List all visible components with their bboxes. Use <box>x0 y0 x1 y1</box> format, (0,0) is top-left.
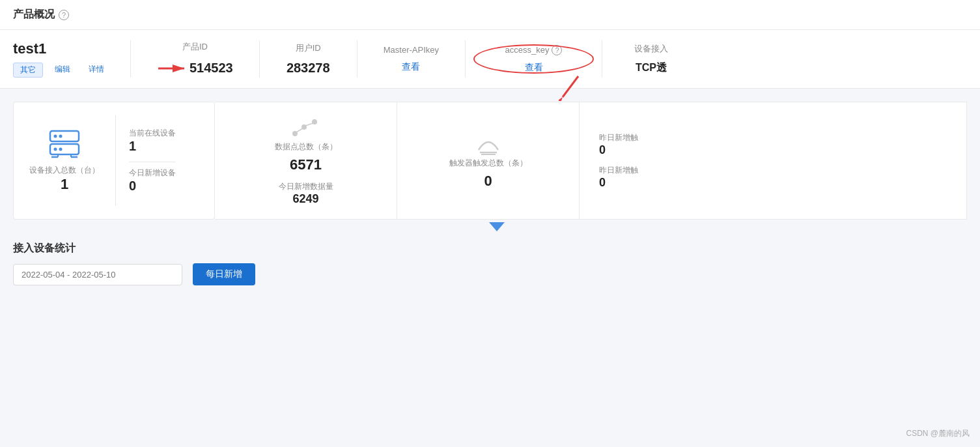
user-id-column: 用户ID 283278 <box>260 40 357 78</box>
device-stats-section-title: 接入设备统计 <box>0 231 980 263</box>
trigger-total-value: 0 <box>484 173 492 190</box>
tag-edit[interactable]: 编辑 <box>48 63 77 78</box>
product-info-bar: test1 其它 编辑 详情 产品ID 514523 用户ID 283278 <box>0 30 980 89</box>
device-entry-value: TCP透 <box>636 61 667 75</box>
yesterday-value2: 0 <box>599 176 947 190</box>
new-today-label: 今日新增设备 <box>129 167 176 179</box>
product-id-label: 产品ID <box>182 41 208 53</box>
svg-point-6 <box>54 135 57 138</box>
user-id-value: 283278 <box>287 61 330 76</box>
svg-point-8 <box>54 148 57 151</box>
device-total-label: 设备接入总数（台） <box>29 165 100 176</box>
red-right-arrow-icon <box>157 59 189 78</box>
master-apikey-link[interactable]: 查看 <box>402 61 420 73</box>
bottom-bar: 每日新增 <box>0 263 980 298</box>
device-entry-column: 设备接入 TCP透 <box>602 40 700 78</box>
page-help-icon[interactable]: ? <box>59 10 69 20</box>
data-today-value: 6249 <box>292 192 318 206</box>
svg-line-3 <box>563 76 578 97</box>
svg-line-17 <box>296 128 303 132</box>
device-sub-stats: 当前在线设备 1 今日新增设备 0 <box>115 115 176 206</box>
data-points-card: 数据点总数（条） 6571 今日新增数据量 6249 <box>215 102 397 220</box>
tag-detail[interactable]: 详情 <box>82 63 111 78</box>
trigger-total-label: 触发器触发总数（条） <box>449 158 527 169</box>
tag-others[interactable]: 其它 <box>13 63 43 78</box>
access-key-label-text: access_key ? <box>505 45 563 55</box>
trigger-icon <box>472 132 505 158</box>
page-title: 产品概况 <box>13 8 55 22</box>
product-id-value: 514523 <box>189 61 233 76</box>
device-total-value: 1 <box>61 176 68 193</box>
red-down-arrow-icon <box>559 75 582 101</box>
data-today-label: 今日新增数据量 <box>279 181 333 192</box>
product-id-column: 产品ID 514523 <box>131 40 260 78</box>
product-name: test1 <box>13 40 111 57</box>
product-name-section: test1 其它 编辑 详情 <box>13 40 131 78</box>
online-label: 当前在线设备 <box>129 128 176 139</box>
stats-row: 设备接入总数（台） 1 当前在线设备 1 今日新增设备 0 数据点总数（条） 6… <box>0 89 980 220</box>
yesterday-label1: 昨日新增触 <box>599 132 947 143</box>
down-arrow-triangle-icon <box>489 222 505 231</box>
access-key-link[interactable]: 查看 <box>525 62 543 74</box>
data-total-label: 数据点总数（条） <box>275 141 337 152</box>
down-arrow-bar <box>13 220 980 231</box>
data-scatter-icon <box>290 115 322 141</box>
svg-line-18 <box>305 123 313 126</box>
daily-new-button[interactable]: 每日新增 <box>193 263 255 285</box>
yesterday-label2: 昨日新增触 <box>599 165 947 176</box>
access-key-help-icon[interactable]: ? <box>552 45 562 55</box>
date-range-input[interactable] <box>13 264 182 285</box>
data-total-value: 6571 <box>290 156 322 173</box>
device-icon-section: 设备接入总数（台） 1 <box>29 115 100 206</box>
right-stats-card: 昨日新增触 0 昨日新增触 0 <box>580 102 967 220</box>
new-today-value: 0 <box>129 179 176 194</box>
master-apikey-column: Master-APIkey 查看 <box>357 40 466 78</box>
page-header: 产品概况 ? <box>0 0 980 30</box>
device-server-icon <box>45 128 84 161</box>
svg-point-7 <box>59 135 63 138</box>
trigger-card: 触发器触发总数（条） 0 <box>397 102 580 220</box>
online-value: 1 <box>129 139 176 154</box>
product-tags: 其它 编辑 详情 <box>13 63 111 78</box>
yesterday-value1: 0 <box>599 143 947 157</box>
access-key-column: access_key ? 查看 <box>466 40 602 78</box>
device-stats-card: 设备接入总数（台） 1 当前在线设备 1 今日新增设备 0 <box>13 102 215 220</box>
device-entry-label: 设备接入 <box>634 43 668 55</box>
user-id-label: 用户ID <box>296 42 321 54</box>
product-id-value-wrapper: 514523 <box>157 59 233 78</box>
master-apikey-label: Master-APIkey <box>384 45 439 55</box>
svg-point-9 <box>59 148 63 151</box>
